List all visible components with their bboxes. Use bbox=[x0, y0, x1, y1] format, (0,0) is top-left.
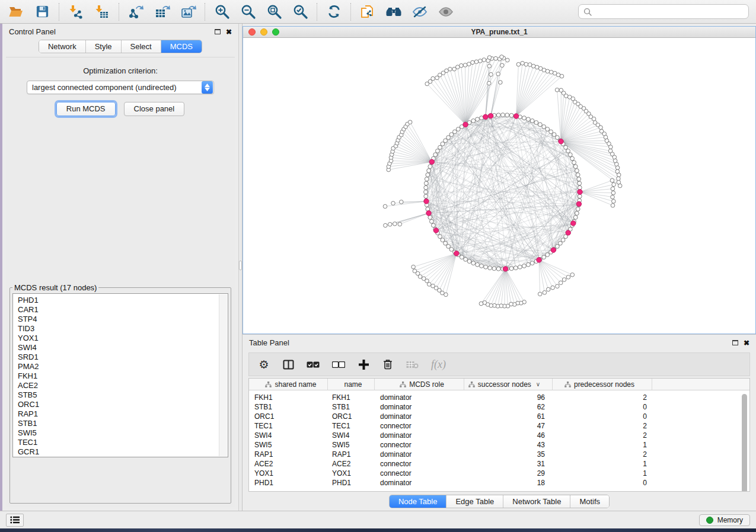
control-panel: Control Panel ✖ Network Style Select MCD… bbox=[2, 24, 238, 511]
table-row[interactable]: ORC1ORC1dominator610 bbox=[249, 412, 749, 421]
table-body: FKH1FKH1dominator962STB1STB1dominator620… bbox=[249, 393, 749, 488]
mcds-result-item[interactable]: PHD1 bbox=[18, 296, 228, 305]
float-panel-icon[interactable] bbox=[215, 29, 221, 34]
task-history-button[interactable] bbox=[6, 514, 24, 527]
column-header-successor-nodes[interactable]: successor nodes ∨ bbox=[464, 379, 553, 390]
open-file-icon[interactable] bbox=[7, 3, 25, 21]
mcds-result-item[interactable]: GCR1 bbox=[18, 447, 228, 457]
mcds-result-group: MCDS result (17 nodes) PHD1CAR1STP4TID3Y… bbox=[9, 283, 231, 504]
search-field[interactable] bbox=[578, 4, 749, 19]
float-table-panel-icon[interactable] bbox=[732, 340, 738, 345]
mcds-result-item[interactable]: YOX1 bbox=[18, 334, 228, 343]
close-panel-button[interactable]: Close panel bbox=[124, 102, 185, 116]
mcds-result-item[interactable]: TID3 bbox=[18, 324, 228, 334]
column-header-name[interactable]: name bbox=[328, 379, 375, 390]
mcds-result-item[interactable]: SWI4 bbox=[18, 343, 228, 352]
add-column-icon[interactable] bbox=[358, 360, 369, 370]
table-row[interactable]: RAP1RAP1dominator352 bbox=[249, 450, 749, 459]
network-column-icon bbox=[265, 382, 272, 387]
mcds-result-item[interactable]: PMA2 bbox=[18, 362, 228, 371]
search-input[interactable] bbox=[595, 7, 744, 17]
network-graph[interactable] bbox=[243, 38, 755, 332]
table-row[interactable]: SWI4SWI4dominator462 bbox=[249, 431, 749, 440]
tab-select[interactable]: Select bbox=[122, 40, 161, 53]
show-all-icon[interactable] bbox=[437, 3, 455, 21]
maximize-window-icon[interactable] bbox=[272, 28, 279, 36]
close-window-icon[interactable] bbox=[248, 28, 256, 36]
table-cell: ACE2 bbox=[328, 460, 375, 468]
refresh-icon[interactable] bbox=[325, 3, 343, 21]
column-header-predecessor-nodes[interactable]: predecessor nodes bbox=[553, 379, 652, 390]
export-image-icon[interactable] bbox=[179, 3, 197, 21]
column-header-shared-name[interactable]: shared name bbox=[249, 379, 328, 390]
table-scrollbar[interactable] bbox=[742, 394, 747, 492]
tab-network[interactable]: Network bbox=[39, 40, 86, 53]
export-network-icon[interactable] bbox=[127, 3, 145, 21]
mcds-result-item[interactable]: SWI5 bbox=[18, 428, 228, 438]
select-stepper-icon bbox=[202, 81, 213, 94]
table-panel-title: Table Panel bbox=[249, 338, 289, 347]
table-row[interactable]: TEC1TEC1connector472 bbox=[249, 421, 749, 431]
zoom-in-icon[interactable] bbox=[213, 3, 231, 21]
mcds-result-item[interactable]: STB1 bbox=[18, 419, 228, 428]
table-row[interactable]: YOX1YOX1connector291 bbox=[249, 469, 749, 478]
mcds-result-item[interactable]: FKH1 bbox=[18, 371, 228, 381]
table-row[interactable]: ACE2ACE2connector311 bbox=[249, 459, 749, 469]
table-row[interactable]: STB1STB1dominator620 bbox=[249, 402, 749, 412]
table-row[interactable]: FKH1FKH1dominator962 bbox=[249, 393, 749, 402]
export-table-icon[interactable] bbox=[153, 3, 171, 21]
select-all-icon[interactable] bbox=[307, 361, 320, 368]
table-cell: SWI5 bbox=[328, 441, 375, 449]
tab-style[interactable]: Style bbox=[86, 40, 122, 53]
save-session-icon[interactable] bbox=[33, 3, 51, 21]
run-mcds-button[interactable]: Run MCDS bbox=[56, 102, 116, 116]
mcds-result-item[interactable]: ORC1 bbox=[18, 400, 228, 409]
column-header-mcds-role[interactable]: MCDS role bbox=[375, 379, 464, 390]
tab-motifs[interactable]: Motifs bbox=[570, 495, 609, 508]
mcds-result-item[interactable]: ACE2 bbox=[18, 381, 228, 390]
settings-gear-icon[interactable]: ⚙ bbox=[258, 358, 270, 371]
column-visibility-icon[interactable] bbox=[282, 360, 294, 370]
mcds-result-item[interactable]: STB5 bbox=[18, 390, 228, 400]
mcds-result-item[interactable]: RAP1 bbox=[18, 409, 228, 419]
mcds-result-item[interactable]: SRD1 bbox=[18, 352, 228, 362]
zoom-out-icon[interactable] bbox=[239, 3, 257, 21]
mcds-result-item[interactable]: CAR1 bbox=[18, 305, 228, 315]
network-view-titlebar[interactable]: YPA_prune.txt_1 bbox=[243, 27, 755, 38]
mcds-result-item[interactable]: STP4 bbox=[18, 315, 228, 324]
optimization-criterion-label: Optimization criterion: bbox=[6, 66, 235, 75]
table-row[interactable]: SWI5SWI5connector431 bbox=[249, 440, 749, 450]
binoculars-icon[interactable] bbox=[385, 3, 403, 21]
import-network-icon[interactable] bbox=[67, 3, 85, 21]
splitter-handle[interactable] bbox=[239, 261, 242, 270]
table-cell: connector bbox=[375, 469, 464, 477]
tab-mcds[interactable]: MCDS bbox=[161, 40, 202, 53]
table-cell: 46 bbox=[464, 431, 553, 440]
tab-node-table[interactable]: Node Table bbox=[390, 495, 447, 508]
list-scrollbar[interactable] bbox=[219, 294, 227, 456]
network-column-icon bbox=[468, 382, 475, 387]
deselect-all-icon[interactable] bbox=[332, 361, 345, 368]
delete-column-icon[interactable] bbox=[382, 359, 394, 370]
vertical-splitter[interactable] bbox=[238, 24, 243, 511]
table-cell: SWI5 bbox=[249, 441, 328, 449]
criterion-select[interactable]: largest connected component (undirected) bbox=[27, 81, 214, 94]
hide-selected-icon[interactable] bbox=[411, 3, 429, 21]
table-cell: 43 bbox=[464, 441, 553, 449]
mcds-result-item[interactable]: TEC1 bbox=[18, 438, 228, 447]
table-cell: 96 bbox=[464, 393, 553, 402]
network-canvas[interactable] bbox=[243, 38, 755, 334]
import-table-icon[interactable] bbox=[93, 3, 111, 21]
close-panel-icon[interactable]: ✖ bbox=[226, 28, 232, 36]
minimize-window-icon[interactable] bbox=[260, 28, 267, 36]
tab-network-table[interactable]: Network Table bbox=[503, 495, 570, 508]
memory-button[interactable]: Memory bbox=[699, 514, 750, 526]
zoom-selected-icon[interactable] bbox=[291, 3, 309, 21]
mcds-result-list[interactable]: PHD1CAR1STP4TID3YOX1SWI4SRD1PMA2FKH1ACE2… bbox=[12, 293, 228, 457]
new-network-from-selection-icon[interactable] bbox=[359, 3, 377, 21]
zoom-fit-icon[interactable] bbox=[265, 3, 283, 21]
table-row[interactable]: PHD1PHD1dominator180 bbox=[249, 478, 749, 488]
table-cell: FKH1 bbox=[328, 393, 375, 402]
close-table-panel-icon[interactable]: ✖ bbox=[744, 339, 749, 347]
tab-edge-table[interactable]: Edge Table bbox=[446, 495, 503, 508]
